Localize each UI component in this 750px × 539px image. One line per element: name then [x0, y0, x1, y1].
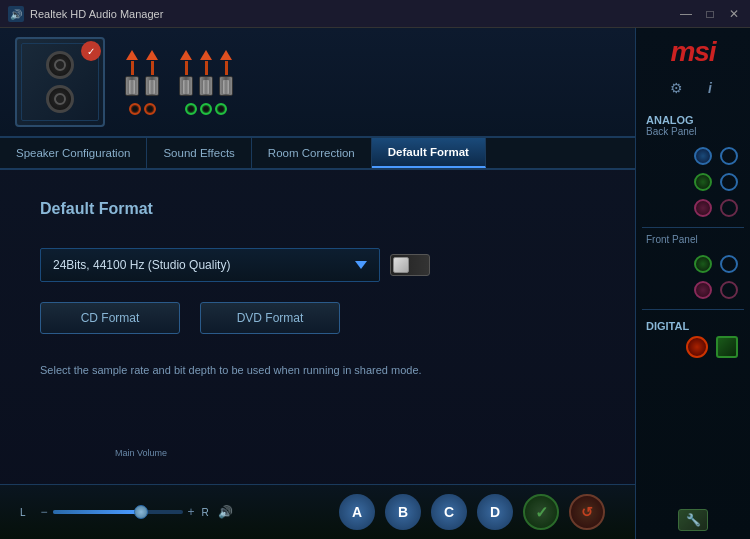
button-c[interactable]: C — [431, 494, 467, 530]
speaker-mute-button[interactable]: 🔊 — [218, 505, 233, 519]
jack-group-1 — [125, 50, 159, 115]
port-blue-outline-1[interactable] — [720, 147, 738, 165]
volume-plus[interactable]: + — [188, 505, 195, 519]
toggle-button[interactable] — [390, 254, 430, 276]
msi-logo: msi — [670, 36, 715, 68]
jack-arrow-5 — [220, 50, 232, 60]
jack-connector-1 — [125, 50, 159, 96]
jack-base-4 — [199, 76, 213, 96]
port-pink-1[interactable] — [694, 199, 712, 217]
info-icon[interactable]: i — [698, 76, 722, 100]
right-sidebar: msi ⚙ i ANALOG Back Panel Front Panel — [635, 28, 750, 539]
tabs-bar: Speaker Configuration Sound Effects Room… — [0, 138, 635, 170]
gear-icon[interactable]: ⚙ — [664, 76, 688, 100]
port-pink-front-1[interactable] — [694, 281, 712, 299]
app-icon: 🔊 — [8, 6, 24, 22]
cd-format-button[interactable]: CD Format — [40, 302, 180, 334]
volume-slider-fill — [53, 510, 138, 514]
port-green-1[interactable] — [694, 173, 712, 191]
wrench-button[interactable]: 🔧 — [678, 509, 708, 531]
button-d[interactable]: D — [477, 494, 513, 530]
port-pink-front-outline[interactable] — [720, 281, 738, 299]
format-dropdown[interactable]: 24Bits, 44100 Hz (Studio Quality) — [40, 248, 380, 282]
toggle-knob — [393, 257, 409, 273]
button-refresh[interactable]: ↺ — [569, 494, 605, 530]
active-indicator: ✓ — [81, 41, 101, 61]
jack-stem-1 — [131, 61, 134, 75]
vol-l-label: L — [20, 507, 26, 518]
button-b[interactable]: B — [385, 494, 421, 530]
volume-slider-thumb[interactable] — [134, 505, 148, 519]
dropdown-row: 24Bits, 44100 Hz (Studio Quality) — [40, 248, 595, 282]
jack-base-3 — [179, 76, 193, 96]
jack-pin-4 — [199, 50, 213, 96]
button-a[interactable]: A — [339, 494, 375, 530]
volume-main-label: Main Volume — [115, 448, 167, 458]
port-blue-1[interactable] — [694, 147, 712, 165]
tab-sound-effects[interactable]: Sound Effects — [147, 138, 251, 168]
front-panel-row-1 — [636, 251, 750, 277]
svg-text:🔊: 🔊 — [10, 8, 23, 21]
help-text: Select the sample rate and bit depth to … — [40, 364, 595, 376]
content-area: Default Format 24Bits, 44100 Hz (Studio … — [0, 170, 635, 484]
bottom-bar: L − + R 🔊 Main Volume A B C D ✓ ↺ — [0, 484, 635, 539]
jack-base-5 — [219, 76, 233, 96]
minimize-button[interactable]: — — [678, 7, 694, 21]
port-optical[interactable] — [686, 336, 708, 358]
sidebar-divider-2 — [642, 309, 745, 310]
analog-label: ANALOG — [636, 114, 694, 126]
back-panel-row-3 — [636, 195, 750, 221]
volume-minus[interactable]: − — [41, 505, 48, 519]
port-green-front-outline[interactable] — [720, 255, 738, 273]
jack-connector-2 — [179, 50, 233, 96]
close-button[interactable]: ✕ — [726, 7, 742, 21]
back-panel-row-1 — [636, 143, 750, 169]
sidebar-icons-row: ⚙ i — [664, 76, 722, 100]
jack-holes-1 — [129, 103, 156, 115]
jack-hole-green — [185, 103, 197, 115]
tab-room-correction[interactable]: Room Correction — [252, 138, 372, 168]
jack-hole-1 — [129, 103, 141, 115]
speaker-circle-top — [46, 51, 74, 79]
jack-pin-5 — [219, 50, 233, 96]
front-panel-label: Front Panel — [636, 234, 698, 245]
tab-default-format[interactable]: Default Format — [372, 138, 486, 168]
main-container: ✓ — [0, 28, 750, 539]
digital-label: DIGITAL — [636, 320, 689, 332]
back-panel-row-2 — [636, 169, 750, 195]
jack-arrow-2 — [146, 50, 158, 60]
bottom-action-buttons: A B C D ✓ ↺ — [339, 494, 605, 530]
audio-header: ✓ — [0, 28, 635, 138]
volume-slider-wrap: − + R 🔊 — [41, 505, 324, 519]
speaker-circle-bottom — [46, 85, 74, 113]
port-green-outline-1[interactable] — [720, 173, 738, 191]
button-check[interactable]: ✓ — [523, 494, 559, 530]
jack-stem-4 — [205, 61, 208, 75]
vol-r-label: R — [202, 507, 209, 518]
left-panel: ✓ — [0, 28, 635, 539]
jack-hole-2 — [144, 103, 156, 115]
jack-base-2 — [145, 76, 159, 96]
back-panel-label: Back Panel — [636, 126, 697, 137]
speaker-icon: ✓ — [15, 37, 105, 127]
volume-lr-label: L — [20, 507, 26, 518]
tab-speaker-configuration[interactable]: Speaker Configuration — [0, 138, 147, 168]
jack-stem-2 — [151, 61, 154, 75]
maximize-button[interactable]: □ — [702, 7, 718, 21]
port-green-front-1[interactable] — [694, 255, 712, 273]
window-controls: — □ ✕ — [678, 7, 742, 21]
title-bar: 🔊 Realtek HD Audio Manager — □ ✕ — [0, 0, 750, 28]
jack-pin-2 — [145, 50, 159, 96]
dropdown-arrow-icon — [355, 261, 367, 269]
jack-pin-1 — [125, 50, 139, 96]
volume-slider-track[interactable] — [53, 510, 183, 514]
content-title: Default Format — [40, 200, 595, 218]
port-digital-green[interactable] — [716, 336, 738, 358]
jack-arrow-3 — [180, 50, 192, 60]
jack-holes-2 — [185, 103, 227, 115]
dvd-format-button[interactable]: DVD Format — [200, 302, 340, 334]
port-pink-outline-1[interactable] — [720, 199, 738, 217]
window-title: Realtek HD Audio Manager — [30, 8, 678, 20]
speaker-visual — [46, 51, 74, 113]
jack-arrow-4 — [200, 50, 212, 60]
